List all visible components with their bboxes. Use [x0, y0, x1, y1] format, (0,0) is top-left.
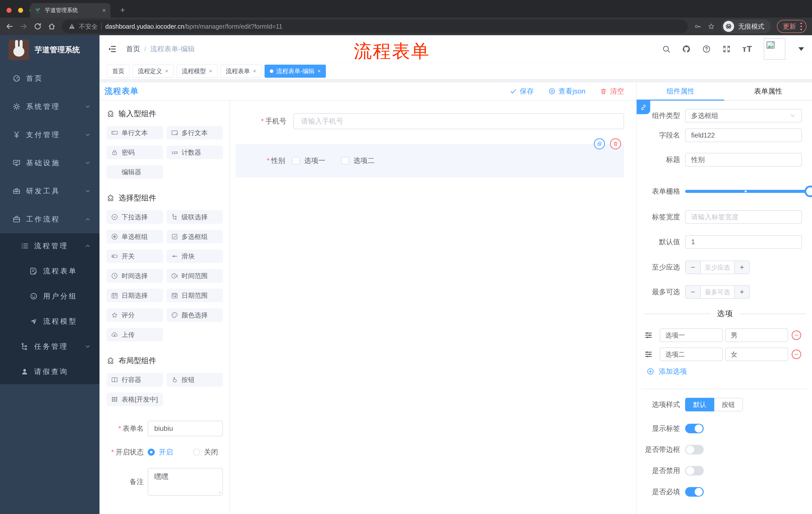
- close-tag-icon[interactable]: [165, 69, 168, 74]
- close-tab-icon[interactable]: [102, 7, 106, 13]
- help-icon[interactable]: [702, 45, 711, 53]
- component-item[interactable]: 评分: [107, 308, 163, 322]
- bookmark-star-icon[interactable]: [707, 23, 715, 30]
- close-tag-icon[interactable]: [209, 69, 212, 74]
- phone-field-input[interactable]: 请输入手机号: [293, 113, 624, 129]
- component-item[interactable]: 行容器: [107, 373, 163, 386]
- component-item[interactable]: 时间选择: [107, 269, 163, 283]
- component-item[interactable]: 级联选择: [167, 210, 223, 224]
- component-item[interactable]: 开关: [107, 249, 163, 263]
- radio-checked-icon[interactable]: [148, 449, 155, 456]
- stepper-decrease-button[interactable]: [686, 286, 701, 298]
- stepper-decrease-button[interactable]: [686, 261, 701, 274]
- sidebar-item[interactable]: 基础设施: [0, 149, 99, 177]
- component-item[interactable]: 单选框组: [107, 230, 163, 243]
- title-input[interactable]: 性别: [685, 153, 802, 166]
- drag-handle-icon[interactable]: [644, 331, 653, 340]
- stepper-increase-button[interactable]: [734, 286, 749, 298]
- remove-option-button[interactable]: [792, 330, 801, 340]
- status-on-option[interactable]: 开启: [148, 448, 173, 457]
- gender-checkbox-option[interactable]: 选项二: [342, 156, 375, 165]
- radio-unchecked-icon[interactable]: [193, 449, 200, 456]
- github-icon[interactable]: [682, 45, 691, 53]
- tag-tab[interactable]: 流程表单: [221, 64, 262, 78]
- component-item[interactable]: 计数器: [167, 145, 223, 159]
- home-icon[interactable]: [48, 22, 56, 30]
- tag-tab[interactable]: 首页: [107, 64, 129, 78]
- label-width-input[interactable]: 请输入标签宽度: [685, 210, 802, 224]
- grid-slider[interactable]: [685, 190, 811, 193]
- tab-form-props[interactable]: 表单属性: [724, 82, 812, 100]
- component-item[interactable]: 编辑器: [107, 165, 163, 179]
- option-value-input[interactable]: 女: [725, 348, 788, 361]
- component-item[interactable]: 单行文本: [107, 126, 163, 140]
- sidebar-item[interactable]: 流程管理: [0, 233, 99, 259]
- max-select-placeholder[interactable]: 最多可选: [701, 286, 734, 298]
- browser-menu-icon[interactable]: [801, 23, 802, 30]
- component-item[interactable]: 滑块: [167, 249, 223, 263]
- sidebar-item[interactable]: 任务管理: [0, 334, 99, 359]
- status-off-option[interactable]: 关闭: [193, 448, 218, 457]
- close-window-button[interactable]: [6, 8, 11, 13]
- tag-tab[interactable]: 流程定义: [133, 64, 174, 78]
- field-name-input[interactable]: field122: [685, 129, 802, 142]
- reload-icon[interactable]: [34, 22, 42, 30]
- password-key-icon[interactable]: [694, 23, 701, 30]
- sidebar-item[interactable]: 研发工具: [0, 177, 99, 205]
- component-item[interactable]: 按钮: [167, 373, 223, 386]
- sidebar-item[interactable]: 首页: [0, 64, 99, 92]
- sidebar-item[interactable]: 工作流程: [0, 205, 99, 233]
- toggle-switch[interactable]: [685, 445, 704, 454]
- toggle-switch[interactable]: [685, 466, 704, 476]
- delete-component-button[interactable]: [610, 138, 621, 150]
- checkbox-icon[interactable]: [342, 157, 349, 164]
- component-item[interactable]: 多行文本: [167, 126, 223, 140]
- toggle-switch[interactable]: [685, 487, 704, 497]
- copy-component-button[interactable]: [594, 138, 605, 150]
- component-item[interactable]: 多选框组: [167, 230, 223, 243]
- avatar-caret-icon[interactable]: [799, 47, 804, 51]
- minimize-window-button[interactable]: [18, 8, 23, 13]
- close-tag-icon[interactable]: [318, 69, 321, 74]
- link-tag[interactable]: [637, 101, 650, 114]
- option-value-input[interactable]: 男: [725, 328, 788, 342]
- sidebar-item[interactable]: 流程模型: [0, 309, 99, 334]
- slider-handle[interactable]: [805, 186, 812, 197]
- clear-button[interactable]: 清空: [600, 86, 624, 96]
- stepper-increase-button[interactable]: [734, 261, 749, 274]
- font-size-icon[interactable]: тT: [743, 44, 752, 54]
- sidebar-fold-icon[interactable]: [108, 45, 117, 54]
- forward-icon[interactable]: [20, 22, 28, 30]
- option-label-input[interactable]: 选项一: [660, 328, 723, 342]
- component-item[interactable]: 密码: [107, 145, 163, 159]
- remove-option-button[interactable]: [792, 350, 801, 359]
- new-tab-button[interactable]: [118, 5, 127, 15]
- component-item[interactable]: 表格[开发中]: [107, 393, 163, 406]
- update-button[interactable]: 更新: [777, 20, 807, 33]
- browser-tab[interactable]: 芋道管理系统: [30, 3, 111, 18]
- min-select-placeholder[interactable]: 至少应选: [701, 261, 734, 274]
- component-item[interactable]: 日期范围: [167, 289, 223, 302]
- component-item[interactable]: 下拉选择: [107, 210, 163, 224]
- default-value-input[interactable]: 1: [685, 235, 802, 249]
- component-item[interactable]: 日期选择: [107, 289, 163, 302]
- component-item[interactable]: 时间范围: [167, 269, 223, 283]
- component-item[interactable]: 颜色选择: [167, 308, 223, 322]
- tab-component-props[interactable]: 组件属性: [637, 82, 724, 100]
- form-name-input[interactable]: biubiu: [148, 421, 223, 436]
- sidebar-item[interactable]: 流程表单: [0, 259, 99, 283]
- search-icon[interactable]: [662, 45, 671, 53]
- component-item[interactable]: 上传: [107, 328, 163, 342]
- avatar[interactable]: [764, 38, 785, 60]
- selected-gender-component[interactable]: 性别 选项一: [236, 144, 624, 178]
- sidebar-item[interactable]: 请假查询: [0, 359, 99, 384]
- style-default-button[interactable]: 默认: [685, 398, 714, 411]
- back-icon[interactable]: [5, 22, 13, 30]
- tag-tab[interactable]: 流程表单-编辑: [265, 64, 326, 78]
- save-button[interactable]: 保存: [510, 86, 534, 96]
- sidebar-item[interactable]: 系统管理: [0, 92, 99, 121]
- sidebar-item[interactable]: 用户分组: [0, 283, 99, 309]
- tag-tab[interactable]: 流程模型: [177, 64, 218, 78]
- address-bar[interactable]: 不安全 dashboard.yudao.iocoder.cn/bpm/manag…: [62, 20, 688, 33]
- phone-field-row[interactable]: 手机号 请输入手机号: [242, 113, 624, 129]
